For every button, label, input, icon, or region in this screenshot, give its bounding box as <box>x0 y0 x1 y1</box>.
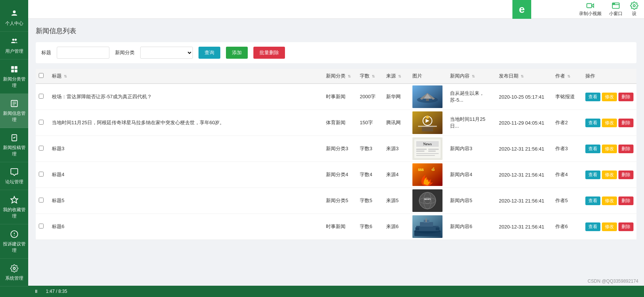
row-2-edit-button[interactable]: 修改 <box>602 145 617 153</box>
select-all-checkbox[interactable] <box>39 73 44 78</box>
row-1-actions: 查看 修改 删除 <box>582 110 636 136</box>
sort-icon-category[interactable]: ⇅ <box>348 74 351 78</box>
sidebar-item-feedback[interactable]: 投诉建议管理 <box>0 224 28 259</box>
header-title: 标题 ⇅ <box>49 69 323 84</box>
row-4-delete-button[interactable]: 删除 <box>618 196 633 205</box>
category-filter-label: 新闻分类 <box>115 49 135 56</box>
mini-window-button[interactable]: 小窗口 <box>609 2 623 17</box>
sort-icon-author[interactable]: ⇅ <box>567 74 570 78</box>
main-area: e 录制小视频 小窗口 <box>28 0 644 297</box>
row-3-image: $$$ 💰 <box>409 162 447 188</box>
svg-rect-6 <box>14 70 17 72</box>
row-1-image <box>409 110 447 136</box>
row-0-actions: 查看 修改 删除 <box>582 84 636 110</box>
svg-text:$$$: $$$ <box>418 168 424 172</box>
row-2-content: 新闻内容3 <box>447 136 496 162</box>
person-icon <box>9 8 20 19</box>
row-0-edit-button[interactable]: 修改 <box>602 93 617 101</box>
sidebar-item-label: 我的收藏管理 <box>2 207 26 219</box>
row-1-source: 腾讯网 <box>383 110 409 136</box>
system-icon <box>9 263 20 274</box>
settings-button[interactable]: 设 <box>630 2 638 17</box>
row-2-delete-button[interactable]: 删除 <box>618 145 633 153</box>
settings-label: 设 <box>632 11 636 17</box>
row-3-source: 来源4 <box>383 162 409 188</box>
row-3-view-button[interactable]: 查看 <box>585 171 600 179</box>
header-author: 作者 ⇅ <box>552 69 582 84</box>
query-button[interactable]: 查询 <box>199 47 220 59</box>
sidebar-item-collection[interactable]: 我的收藏管理 <box>0 190 28 224</box>
add-button[interactable]: 添加 <box>226 47 248 59</box>
feedback-icon <box>9 229 20 239</box>
sidebar-item-label: 个人中心 <box>5 20 23 27</box>
row-3-word-count: 字数4 <box>357 162 383 188</box>
row-1-delete-button[interactable]: 删除 <box>618 119 633 127</box>
sidebar-item-user-mgmt[interactable]: 用户管理 <box>0 32 28 59</box>
news-table-container: 标题 ⇅ 新闻分类 ⇅ 字数 ⇅ 来源 ⇅ <box>36 69 636 240</box>
svg-rect-37 <box>416 151 424 152</box>
row-1-view-button[interactable]: 查看 <box>585 119 600 127</box>
row-3-publish-date: 2020-12-31 21:56:41 <box>496 162 552 188</box>
row-0-select-checkbox[interactable] <box>39 94 44 99</box>
table-row: 标题4新闻分类4字数4来源4 $$$ 💰 新闻内容42020-12-31 21:… <box>36 162 636 188</box>
row-5-source: 来源6 <box>383 214 409 240</box>
sidebar-item-label: 用户管理 <box>5 48 23 55</box>
filter-bar: 标题 新闻分类 时事新闻 体育新闻 新闻分类3 查询 添加 批量删除 <box>36 42 636 63</box>
sidebar-item-system[interactable]: 系统管理 <box>0 259 28 286</box>
sidebar-item-news-vote[interactable]: 新闻投稿管理 <box>0 128 28 162</box>
sidebar-item-forum[interactable]: 论坛管理 <box>0 162 28 190</box>
svg-point-15 <box>14 235 15 236</box>
svg-point-23 <box>633 5 635 7</box>
row-5-image <box>409 214 447 240</box>
sort-icon-date[interactable]: ⇅ <box>521 74 524 78</box>
sort-icon-content[interactable]: ⇅ <box>472 74 475 78</box>
row-0-word-count: 2000字 <box>357 84 383 110</box>
row-4-edit-button[interactable]: 修改 <box>602 196 617 205</box>
title-filter-input[interactable] <box>57 47 109 59</box>
svg-rect-36 <box>416 149 427 150</box>
row-5-view-button[interactable]: 查看 <box>585 222 600 231</box>
sort-icon-title[interactable]: ⇅ <box>64 74 67 78</box>
row-5-edit-button[interactable]: 修改 <box>602 222 617 231</box>
row-0-image <box>409 84 447 110</box>
row-0-delete-button[interactable]: 删除 <box>618 93 633 101</box>
row-1-select-checkbox[interactable] <box>39 120 44 125</box>
batch-delete-button[interactable]: 批量删除 <box>253 47 285 59</box>
sidebar-item-news-info[interactable]: 新闻信息管理 <box>0 94 28 128</box>
category-filter-select[interactable]: 时事新闻 体育新闻 新闻分类3 <box>140 47 193 59</box>
row-2-select-checkbox[interactable] <box>39 146 44 151</box>
header-checkbox <box>36 69 49 84</box>
row-1-author: 作者2 <box>552 110 582 136</box>
row-2-view-button[interactable]: 查看 <box>585 145 600 153</box>
row-4-select-checkbox[interactable] <box>39 198 44 203</box>
vote-icon <box>9 133 20 143</box>
record-video-button[interactable]: 录制小视频 <box>579 2 602 17</box>
row-3-title: 标题4 <box>49 162 323 188</box>
svg-rect-4 <box>14 66 17 69</box>
sort-icon-word-count[interactable]: ⇅ <box>372 74 375 78</box>
video-icon <box>586 2 594 10</box>
row-3-select-checkbox[interactable] <box>39 172 44 177</box>
row-4-publish-date: 2020-12-31 21:56:41 <box>496 188 552 214</box>
row-5-delete-button[interactable]: 删除 <box>618 222 633 231</box>
svg-rect-40 <box>416 153 439 154</box>
sort-icon-source[interactable]: ⇅ <box>398 74 401 78</box>
sidebar-item-label: 新闻信息管理 <box>2 110 26 123</box>
row-4-view-button[interactable]: 查看 <box>585 196 600 205</box>
row-0-view-button[interactable]: 查看 <box>585 93 600 101</box>
row-4-title: 标题5 <box>49 188 323 214</box>
pause-icon[interactable]: ⏸ <box>34 289 38 294</box>
row-3-edit-button[interactable]: 修改 <box>602 171 617 179</box>
sidebar-item-personal[interactable]: 个人中心 <box>0 4 28 32</box>
row-3-delete-button[interactable]: 删除 <box>618 171 633 179</box>
row-4-category: 新闻分类5 <box>323 188 357 214</box>
row-5-select-checkbox[interactable] <box>39 224 44 228</box>
row-1-content: 当地时间11月25日... <box>447 110 496 136</box>
news-table: 标题 ⇅ 新闻分类 ⇅ 字数 ⇅ 来源 ⇅ <box>36 69 636 240</box>
category-icon <box>9 64 20 75</box>
row-3-checkbox <box>36 162 49 188</box>
row-1-edit-button[interactable]: 修改 <box>602 119 617 127</box>
sidebar-item-news-cat[interactable]: 新闻分类管理 <box>0 59 28 94</box>
row-5-publish-date: 2020-12-31 21:56:41 <box>496 214 552 240</box>
row-3-category: 新闻分类4 <box>323 162 357 188</box>
